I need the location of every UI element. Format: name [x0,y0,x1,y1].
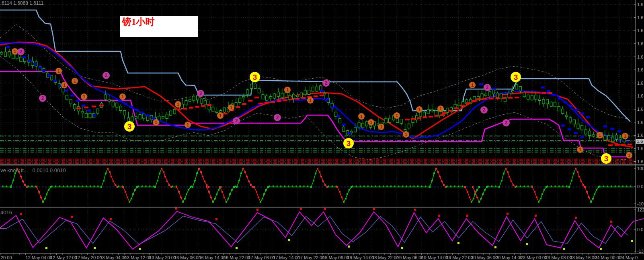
indicator-pane-3[interactable] [0,207,644,250]
signal-1-circle: 1 [307,97,314,104]
oscillator-main-line [0,211,644,249]
indicator3-scale-label: -13 [637,249,644,254]
time-label: 24 May 00:00 [595,255,621,260]
signal-1-circle: 1 [61,82,68,88]
axis-label: 3 [127,122,132,131]
axis-label: 2 [505,120,508,126]
signal-2-circle: 2 [103,72,110,79]
price-label: 1.6 [637,67,643,72]
axis-label: 2 [483,107,486,113]
time-label: 20 May 06:00 [471,255,498,260]
axis-label: 1 [230,105,232,110]
axis-label: 2 [105,73,108,78]
signal-1-circle: 1 [153,119,159,126]
time-label: 17 May 22:00 [298,255,325,260]
indicator2-scale-label: 100 [637,166,644,171]
signal-2-circle: 2 [480,106,488,114]
indicator3-scale-label: 0.0 [637,227,643,232]
axis-label: 1 [599,133,601,138]
signal-markers: 1111111111111111111111111222222222233333 [12,48,632,164]
price-label: 1.6 [637,28,643,33]
grid-vertical [1,0,632,253]
current-price-tag: 1.6 [636,139,644,144]
signal-1-circle: 1 [284,87,291,93]
time-label: 18 May 06:00 [322,255,349,260]
signal-2-circle: 2 [274,114,281,121]
price-label: 1.6 [637,133,643,138]
signal-1-circle: 1 [378,124,384,130]
time-axis[interactable]: 20:0012 May 04:0012 May 12:0012 May 20:0… [1,254,638,260]
time-label: 19 May 14:00 [421,255,448,260]
axis-label: 2 [276,115,279,120]
signal-2-circle: 2 [502,119,510,126]
time-label: 13 May 04:00 [100,255,127,260]
signal-2-circle: 2 [197,90,204,97]
time-label: 19 May 06:00 [397,255,424,260]
axis-label: 1 [405,132,407,137]
time-label: 16 May 22:00 [224,255,250,260]
grid-horizontal [0,4,636,162]
indicator2-scale-label: -10 [637,201,644,206]
bollinger-lower [0,56,627,160]
axis-label: 1 [579,147,581,152]
signal-1-circle: 1 [228,104,234,111]
price-label: 1.6 [637,81,643,85]
signal-3-circle: 3 [601,153,611,164]
upper-channel-line [0,10,630,122]
signal-3-circle: 3 [511,72,521,82]
signal-1-circle: 1 [55,68,62,74]
axis-label: 1 [360,114,363,119]
price-label: 1.6 [637,41,643,46]
signal-1-circle: 1 [358,113,365,120]
price-label: 1.6 [637,146,643,151]
axis-label: 3 [253,73,257,81]
time-label: 16 May 06:00 [174,255,201,260]
axis-label: 2 [235,118,238,124]
axis-label: 1 [418,107,420,112]
price-label: 1.6 [637,15,643,20]
axis-label: 1 [177,102,179,107]
bollinger-upper [0,24,627,119]
time-label: 23 May 08:00 [545,255,572,260]
time-label: 18 May 22:00 [372,255,399,260]
trading-chart-window: 1111111111111111111111111222222222233333… [0,0,644,260]
axis-label: 3 [604,154,609,163]
time-label: 12 May 20:00 [75,255,102,260]
price-label: 1.6 [637,107,643,112]
signal-1-circle: 1 [217,112,224,119]
axis-label: 1 [187,122,189,127]
axis-label: 1 [380,124,382,129]
axis-label: 1 [370,120,372,125]
signal-1-circle: 1 [175,101,181,108]
axis-label: 1 [121,94,124,99]
time-label: 16 May 14:00 [199,255,226,260]
axis-label: 2 [199,91,202,96]
slow-ma-line [0,42,633,147]
time-label: 17 May 14:00 [273,255,300,260]
price-axis[interactable]: 1.61.61.61.61.61.61.61.61.61.61.61.61.61… [634,0,644,254]
note-box[interactable]: 镑1小时 [120,16,198,37]
signal-1-circle: 1 [577,146,583,153]
signal-1-circle: 1 [597,132,603,138]
axis-label: 2 [20,49,23,55]
axis-label: 1 [286,87,289,92]
axis-label: 1 [628,153,630,158]
chart-canvas[interactable]: 1111111111111111111111111222222222233333… [0,0,644,260]
axis-label: 1.6 [637,139,643,144]
time-label: 20:00 [1,255,12,260]
axis-label: 1 [396,113,398,118]
signal-2-circle: 2 [17,48,25,55]
price-label: 1.6 [637,159,643,164]
indicator2-scale-label: 0.0 [637,184,643,189]
time-label: 12 May 12:00 [50,255,77,260]
axis-label: 1 [155,120,157,125]
indicator-pane-2[interactable] [0,168,636,203]
signal-2-circle: 2 [322,79,330,87]
axis-label: 1 [309,98,312,103]
time-label: 23 May 16:00 [570,255,597,260]
signal-1-circle: 1 [469,82,476,88]
time-label: 13 May 12:00 [125,255,152,260]
signal-2-circle: 2 [39,95,46,102]
signal-2-circle: 2 [484,84,491,91]
signal-1-circle: 1 [368,119,374,126]
